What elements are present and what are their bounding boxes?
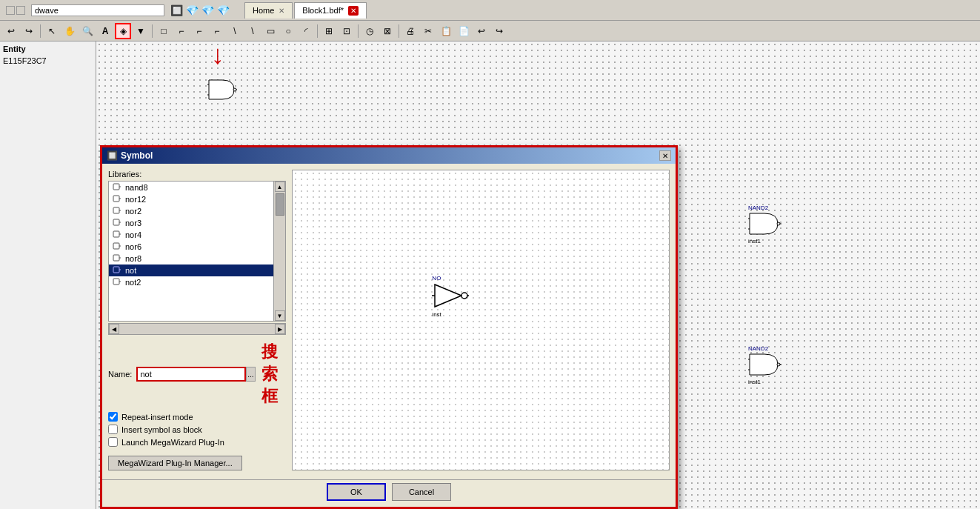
lib-item-label-nor4: nor4 (125, 230, 141, 239)
window-controls (6, 6, 25, 15)
tab-block1[interactable]: Block1.bdf* ✕ (294, 2, 367, 19)
insert-block-label[interactable]: Insert symbol as block (121, 425, 202, 434)
toolbar-paste[interactable]: 📄 (456, 23, 472, 39)
toolbar-dropdown[interactable]: ▼ (133, 23, 149, 39)
toolbar-redo[interactable]: ↪ (21, 23, 37, 39)
toolbar-text[interactable]: A (97, 23, 113, 39)
ok-button[interactable]: OK (327, 483, 386, 501)
repeat-insert-checkbox[interactable] (108, 412, 118, 422)
lib-item-icon-nor3 (112, 218, 122, 228)
repeat-insert-label[interactable]: Repeat-insert mode (121, 413, 193, 422)
toolbar-zoom[interactable]: 🔍 (79, 23, 96, 39)
svg-rect-26 (113, 196, 119, 202)
toolbar-hand[interactable]: ✋ (61, 23, 78, 39)
launch-mega-checkbox[interactable] (108, 437, 118, 447)
hscroll-left[interactable]: ◀ (109, 324, 119, 334)
tab-close-home[interactable]: ✕ (279, 7, 284, 15)
toolbar-icon-2[interactable]: 💎 (186, 4, 199, 16)
toolbar-line2[interactable]: \ (244, 23, 261, 39)
scrollbar-thumb[interactable] (276, 193, 284, 216)
toolbar-icon-1[interactable]: 🔲 (170, 4, 183, 16)
toolbar-rect[interactable]: □ (156, 23, 172, 39)
name-input[interactable] (136, 367, 246, 382)
toolbar-angle3[interactable]: ⌐ (209, 23, 225, 39)
lib-item-nor12[interactable]: nor12 (109, 193, 273, 205)
toolbar-undo2[interactable]: ↩ (473, 23, 490, 39)
name-label: Name: (108, 370, 132, 379)
toolbar-symbol[interactable]: ◈ (115, 23, 131, 39)
svg-rect-36 (113, 255, 119, 261)
library-items-area: nand8 nor12 nor2 (109, 182, 273, 321)
toolbar-undo[interactable]: ↩ (3, 23, 19, 39)
toolbar-angle2[interactable]: ⌐ (191, 23, 207, 39)
lib-item-nor8[interactable]: nor8 (109, 253, 273, 265)
svg-marker-42 (435, 285, 461, 307)
toolbar-box[interactable]: ▭ (262, 23, 279, 39)
toolbar-oval[interactable]: ○ (280, 23, 296, 39)
toolbar-arc[interactable]: ◜ (298, 23, 314, 39)
toolbar-select[interactable]: ⊞ (321, 23, 337, 39)
toolbar-cut[interactable]: ✂ (420, 23, 436, 39)
scrollbar-down[interactable]: ▼ (275, 310, 285, 321)
toolbar-print[interactable]: 🖨 (402, 23, 419, 39)
scrollbar-up[interactable]: ▲ (275, 182, 285, 192)
insert-block-checkbox[interactable] (108, 425, 118, 434)
lib-item-icon-not (112, 265, 122, 276)
lib-item-nor4[interactable]: nor4 (109, 229, 273, 241)
checkbox-insert-block: Insert symbol as block (108, 425, 286, 434)
dialog-title-text: Symbol (121, 150, 659, 161)
nand2-circuit-4: NAND2 inst1 (748, 345, 781, 385)
toolbar-icon-4[interactable]: 💎 (217, 4, 230, 16)
cancel-button[interactable]: Cancel (392, 483, 451, 501)
nand2-elem-1 (207, 79, 237, 102)
svg-rect-32 (113, 231, 119, 237)
lib-item-label-nor8: nor8 (125, 254, 141, 263)
toolbar-assign[interactable]: ⊠ (379, 23, 396, 39)
lib-item-nor3[interactable]: nor3 (109, 217, 273, 229)
svg-point-43 (461, 293, 467, 299)
search-annotation: 搜索框 (261, 341, 286, 407)
svg-point-0 (233, 88, 236, 91)
app-title-input[interactable]: dwave (31, 4, 164, 16)
svg-point-20 (777, 363, 780, 366)
lib-item-nor6[interactable]: nor6 (109, 241, 273, 253)
toolbar-align[interactable]: ◷ (361, 23, 378, 39)
nand2-circuit-2: NAND2 inst1 (748, 204, 781, 244)
horizontal-scrollbar: ◀ ▶ (108, 323, 286, 335)
tab-close-block1[interactable]: ✕ (348, 6, 359, 16)
toolbar-redo2[interactable]: ↪ (491, 23, 507, 39)
toolbar-sep-5 (399, 24, 399, 38)
tab-home[interactable]: Home ✕ (244, 2, 293, 19)
not-gate-preview: NO inst (432, 275, 469, 318)
toolbar-angle1[interactable]: ⌐ (173, 23, 190, 39)
red-arrow-down: ↓ (211, 41, 224, 68)
dialog-titlebar: 🔲 Symbol ✕ (102, 147, 676, 164)
toolbar-line[interactable]: \ (227, 23, 243, 39)
lib-item-icon-nor12 (112, 194, 122, 204)
lib-item-icon-nor4 (112, 230, 122, 240)
lib-item-label-not: not (125, 266, 136, 275)
toolbar-deselect[interactable]: ⊡ (339, 23, 355, 39)
name-browse-button[interactable]: ... (246, 367, 255, 382)
megawizard-button[interactable]: MegaWizard Plug-In Manager... (108, 456, 242, 470)
launch-mega-label[interactable]: Launch MegaWizard Plug-In (121, 438, 224, 447)
lib-item-label-nor12: nor12 (125, 195, 146, 204)
main-toolbar: ↩ ↪ ↖ ✋ 🔍 A ◈ ▼ □ ⌐ ⌐ ⌐ \ \ ▭ ○ ◜ ⊞ ⊡ ◷ … (0, 21, 980, 41)
lib-item-nand8[interactable]: nand8 (109, 182, 273, 193)
lib-item-not2[interactable]: not2 (109, 276, 273, 288)
dialog-close-button[interactable]: ✕ (659, 150, 671, 161)
listbox-scrollbar: ▲ ▼ (273, 182, 285, 321)
lib-item-not[interactable]: not (109, 265, 273, 276)
toolbar-sep-4 (358, 24, 359, 38)
lib-item-nor2[interactable]: nor2 (109, 205, 273, 217)
library-panel: Libraries: nand8 nor12 (108, 170, 286, 470)
lib-item-label: nand8 (125, 183, 148, 192)
canvas-area: ↓ → NAND2 (96, 41, 980, 509)
toolbar-pointer[interactable]: ↖ (44, 23, 60, 39)
toolbar-icon-3[interactable]: 💎 (201, 4, 214, 16)
library-listbox[interactable]: nand8 nor12 nor2 (108, 181, 286, 322)
svg-rect-40 (113, 279, 119, 285)
checkbox-repeat-insert: Repeat-insert mode (108, 412, 286, 422)
hscroll-right[interactable]: ▶ (275, 324, 285, 334)
toolbar-copy[interactable]: 📋 (438, 23, 454, 39)
